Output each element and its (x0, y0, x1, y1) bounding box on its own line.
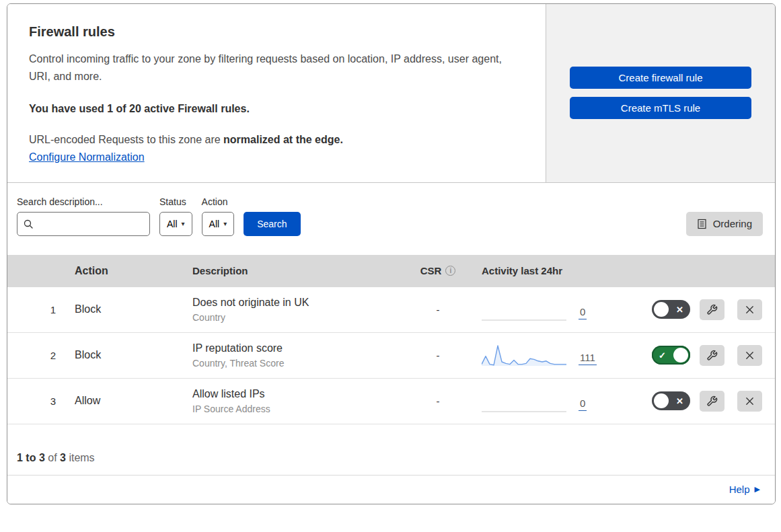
status-select-value: All (167, 219, 178, 229)
status-select[interactable]: All ▾ (159, 212, 192, 236)
search-label: Search description... (17, 196, 150, 207)
table-header: Action Description CSR i Activity last 2… (7, 255, 775, 287)
ordering-button[interactable]: Ordering (686, 212, 763, 236)
help-arrow-icon: ▶ (755, 485, 760, 494)
rule-description: Allow listed IPs (192, 388, 394, 400)
description-column-header: Description (192, 265, 394, 276)
rule-enabled-toggle[interactable]: ✓ ✕ (652, 300, 690, 319)
activity-count-link[interactable]: 0 (579, 397, 587, 411)
activity-sparkline (482, 343, 566, 367)
toggle-knob (654, 393, 669, 408)
edit-rule-button[interactable] (700, 299, 724, 320)
rule-fields: IP Source Address (192, 404, 394, 414)
ordering-button-label: Ordering (713, 218, 752, 229)
normalization-line: URL-encoded Requests to this zone are no… (29, 134, 524, 146)
pagination: 1 to 3 of 3 items (7, 424, 775, 476)
edit-rule-button[interactable] (700, 391, 724, 412)
rule-fields: Country, Threat Score (192, 358, 394, 369)
action-group: Action All ▾ (202, 196, 235, 236)
delete-rule-button[interactable] (737, 345, 762, 366)
intro-description: Control incoming traffic to your zone by… (29, 50, 524, 85)
rule-description-cell: Does not originate in UK Country (192, 297, 394, 323)
search-box[interactable] (17, 212, 150, 236)
create-mtls-rule-button[interactable]: Create mTLS rule (570, 97, 751, 119)
intro-card: Firewall rules Control incoming traffic … (7, 4, 546, 182)
usage-line: You have used 1 of 20 active Firewall ru… (29, 103, 524, 115)
help-link[interactable]: Help ▶ (729, 484, 760, 495)
rule-action: Block (68, 349, 192, 361)
rule-description-cell: Allow listed IPs IP Source Address (192, 388, 394, 414)
rule-priority: 3 (7, 395, 68, 407)
status-label: Status (159, 196, 192, 207)
activity-count-link[interactable]: 111 (579, 352, 597, 365)
table-row: 3 Allow Allow listed IPs IP Source Addre… (7, 379, 775, 424)
close-icon (745, 396, 755, 406)
wrench-icon (706, 304, 718, 315)
rule-csr-value: - (394, 350, 482, 361)
search-input[interactable] (38, 219, 144, 229)
top-section: Firewall rules Control incoming traffic … (7, 4, 775, 183)
check-icon: ✓ (659, 351, 666, 360)
delete-rule-button[interactable] (737, 299, 762, 320)
info-icon[interactable]: i (445, 266, 455, 276)
rule-description: Does not originate in UK (192, 297, 394, 309)
toggle-knob (673, 348, 688, 363)
csr-column-label: CSR (420, 265, 442, 276)
toggle-knob (654, 302, 669, 317)
rules-table-body: 1 Block Does not originate in UK Country… (7, 287, 775, 424)
action-label: Action (202, 196, 235, 207)
close-icon (745, 305, 755, 315)
rule-description-cell: IP reputation score Country, Threat Scor… (192, 342, 394, 369)
rule-action: Block (68, 303, 192, 315)
pagination-range: 1 to 3 (17, 452, 45, 463)
activity-column-header: Activity last 24hr (482, 265, 646, 276)
x-icon: ✕ (676, 305, 683, 314)
action-column-header: Action (68, 265, 192, 277)
rule-controls: ✓ ✕ (646, 345, 775, 366)
table-row: 2 Block IP reputation score Country, Thr… (7, 333, 775, 379)
x-icon: ✕ (676, 397, 683, 406)
help-row: Help ▶ (7, 476, 775, 504)
search-button[interactable]: Search (244, 212, 300, 236)
firewall-rules-panel: Firewall rules Control incoming traffic … (7, 3, 776, 504)
csr-column-header: CSR i (394, 265, 482, 276)
delete-rule-button[interactable] (737, 391, 762, 412)
normalization-prefix: URL-encoded Requests to this zone are (29, 134, 223, 145)
rule-enabled-toggle[interactable]: ✓ ✕ (652, 391, 690, 410)
wrench-icon (706, 350, 718, 361)
create-firewall-rule-button[interactable]: Create firewall rule (570, 67, 751, 89)
configure-normalization-link[interactable]: Configure Normalization (29, 151, 145, 163)
rule-fields: Country (192, 312, 394, 323)
rule-description: IP reputation score (192, 342, 394, 354)
action-select[interactable]: All ▾ (202, 212, 235, 236)
filter-bar: Search description... Status All ▾ Actio… (7, 183, 775, 255)
rule-enabled-toggle[interactable]: ✓ ✕ (652, 346, 690, 365)
rule-activity-cell: 111 (482, 343, 646, 367)
rule-controls: ✓ ✕ (646, 299, 775, 320)
pagination-of: of (45, 452, 60, 463)
rule-priority: 2 (7, 350, 68, 361)
rule-csr-value: - (394, 395, 482, 407)
activity-sparkline (482, 389, 566, 413)
status-group: Status All ▾ (159, 196, 192, 236)
rule-controls: ✓ ✕ (646, 391, 775, 412)
actions-panel: Create firewall rule Create mTLS rule (546, 4, 775, 182)
action-select-value: All (209, 219, 220, 229)
edit-rule-button[interactable] (700, 345, 724, 366)
ordering-list-icon (697, 219, 707, 229)
table-row: 1 Block Does not originate in UK Country… (7, 287, 775, 333)
pagination-items: items (66, 452, 95, 463)
chevron-down-icon: ▾ (223, 220, 227, 227)
help-label: Help (729, 484, 750, 495)
search-group: Search description... (17, 196, 150, 236)
rule-priority: 1 (7, 304, 68, 315)
chevron-down-icon: ▾ (182, 220, 185, 227)
rule-activity-cell: 0 (482, 297, 646, 321)
activity-count-link[interactable]: 0 (579, 306, 587, 319)
pagination-total: 3 (60, 452, 66, 463)
normalization-bold: normalized at the edge. (223, 134, 343, 145)
activity-sparkline (482, 297, 566, 321)
page: Firewall rules Control incoming traffic … (0, 0, 781, 510)
rule-activity-cell: 0 (482, 389, 646, 413)
wrench-icon (706, 395, 718, 407)
